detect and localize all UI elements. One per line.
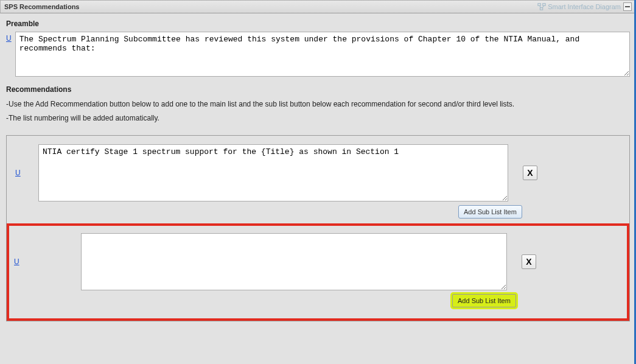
recommendation-row: U X [18,233,618,290]
button-row: Add Sub List Item [18,294,618,307]
collapse-icon[interactable] [623,2,632,11]
svg-rect-2 [540,8,543,10]
close-icon: X [527,168,533,178]
highlighted-recommendation: U X Add Sub List Item [7,223,629,321]
close-icon: X [526,257,531,267]
svg-rect-0 [538,4,540,6]
preamble-u-link[interactable]: U [6,32,12,43]
instruction-line-1: -Use the Add Recommendation button below… [6,97,630,111]
delete-button[interactable]: X [523,166,537,180]
app-wrapper: SPS Recommendations Smart Interface Diag… [0,0,636,364]
recommendation-item: U X Add Sub List Item [7,136,629,225]
recommendations-heading: Recommendations [6,85,630,94]
panel-header: SPS Recommendations Smart Interface Diag… [0,0,636,13]
rec-u-link[interactable]: U [14,257,25,266]
delete-button[interactable]: X [522,254,536,269]
smart-interface-label: Smart Interface Diagram [548,3,621,10]
rec-u-link[interactable]: U [15,169,26,177]
add-sub-list-button-highlighted[interactable]: Add Sub List Item [452,294,516,307]
panel-body: Preamble U Recommendations -Use the Add … [0,13,636,327]
button-row: Add Sub List Item [15,205,621,219]
recommendation-row: U X [15,144,621,201]
preamble-row: U [6,32,630,77]
recommendations-instructions: -Use the Add Recommendation button below… [6,97,630,125]
svg-rect-1 [543,4,545,6]
recommendation-textarea[interactable] [38,144,508,201]
panel-title: SPS Recommendations [4,3,79,10]
header-actions: Smart Interface Diagram [537,2,632,11]
instruction-line-2: -The list numbering will be added automa… [6,111,630,125]
recommendations-container: U X Add Sub List Item U X [6,135,630,321]
diagram-icon [537,2,546,11]
recommendation-textarea[interactable] [81,233,507,290]
smart-interface-link[interactable]: Smart Interface Diagram [537,2,621,11]
preamble-heading: Preamble [6,19,630,28]
preamble-textarea[interactable] [15,32,630,77]
add-sub-list-button[interactable]: Add Sub List Item [458,205,522,219]
